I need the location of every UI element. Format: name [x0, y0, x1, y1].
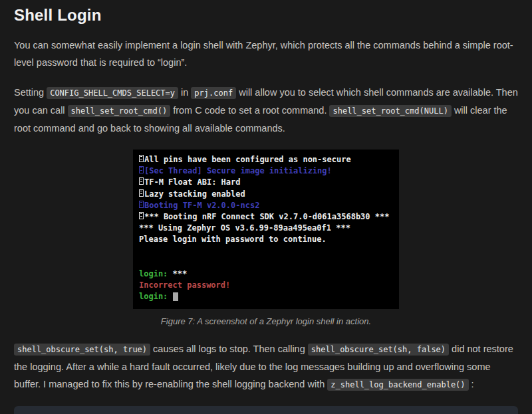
inline-code: z_shell_log_backend_enable() [327, 379, 468, 391]
terminal-screenshot: All pins have been configured as non-sec… [133, 150, 399, 309]
terminal-text: Incorrect password! [139, 280, 230, 290]
inline-code: prj.conf [191, 87, 236, 99]
code-block: z_shell_log_backend_enable(sh->log_backe… [14, 406, 518, 414]
missing-glyph-icon [139, 155, 144, 162]
terminal-text: Please login with password to continue. [139, 235, 327, 244]
terminal-text: login: [139, 269, 173, 278]
terminal-line: Please login with password to continue. [139, 234, 393, 245]
terminal-line: login: *** [139, 268, 393, 280]
paragraph-obscure: shell_obscure_set(sh, true) causes all l… [14, 340, 518, 393]
terminal-cursor [173, 292, 178, 301]
figure-login-shell: All pins have been configured as non-sec… [14, 150, 518, 326]
missing-glyph-icon [139, 189, 144, 197]
inline-code: CONFIG_SHELL_CMDS_SELECT=y [47, 87, 178, 99]
terminal-line: *** Using Zephyr OS v3.6.99-89aa495ea0f1… [139, 223, 393, 234]
terminal-line: TF-M Float ABI: Hard [139, 177, 393, 188]
terminal-line: login: [139, 291, 393, 302]
figure-caption: Figure 7: A screenshot of a Zephyr login… [14, 316, 518, 326]
terminal-text: *** Booting nRF Connect SDK v2.7.0-d061a… [144, 212, 389, 221]
terminal-line [139, 246, 393, 257]
inline-code: shell_obscure_set(sh, false) [308, 344, 449, 356]
missing-glyph-icon [139, 177, 144, 185]
terminal-line: All pins have been configured as non-sec… [139, 154, 393, 165]
missing-glyph-icon [139, 201, 144, 208]
terminal-line: Lazy stacking enabled [139, 189, 393, 200]
terminal-line: Incorrect password! [139, 280, 393, 291]
terminal-line [139, 257, 393, 268]
missing-glyph-icon [139, 212, 144, 219]
terminal-text: *** Using Zephyr OS v3.6.99-89aa495ea0f1… [139, 223, 350, 233]
page-title: Shell Login [14, 5, 518, 25]
paragraph-config: Setting CONFIG_SHELL_CMDS_SELECT=y in pr… [14, 84, 518, 137]
terminal-line: *** Booting nRF Connect SDK v2.7.0-d061a… [139, 211, 393, 223]
inline-code: shell_set_root_cmd() [68, 105, 171, 117]
terminal-text: *** [173, 269, 188, 278]
terminal-text: Lazy stacking enabled [144, 189, 245, 199]
missing-glyph-icon [139, 166, 144, 173]
terminal-line: Booting TF-M v2.0.0-ncs2 [139, 200, 393, 211]
terminal-text: All pins have been configured as non-sec… [144, 155, 351, 164]
inline-code: shell_set_root_cmd(NULL) [329, 105, 451, 117]
terminal-text: login: [139, 292, 173, 301]
terminal-text: TF-M Float ABI: Hard [144, 177, 241, 187]
inline-code: shell_obscure_set(sh, true) [14, 344, 150, 356]
terminal-text: [Sec Thread] Secure image initializing! [144, 166, 332, 175]
terminal-text: Booting TF-M v2.0.0-ncs2 [144, 201, 259, 210]
article-page: Shell Login You can somewhat easily impl… [0, 0, 532, 414]
terminal-line: [Sec Thread] Secure image initializing! [139, 165, 393, 177]
paragraph-intro: You can somewhat easily implement a logi… [14, 37, 518, 71]
